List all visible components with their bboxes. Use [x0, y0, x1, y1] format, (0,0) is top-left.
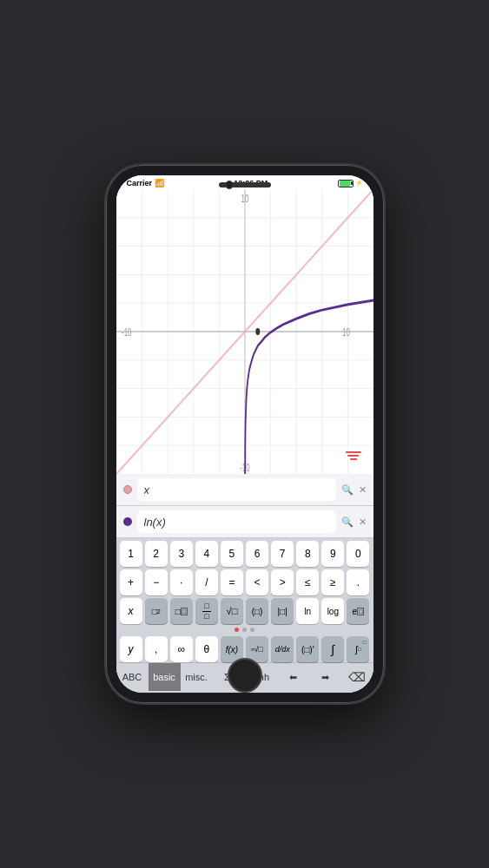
key-leq[interactable]: ≤	[296, 569, 319, 595]
phone-screen: Carrier 📶 12:06 PM ⚡	[116, 175, 373, 693]
key-5[interactable]: 5	[221, 541, 243, 567]
number-row: 1 2 3 4 5 6 7 8 9 0	[116, 538, 373, 567]
key-exp[interactable]: e□	[347, 598, 369, 624]
key-log[interactable]: log	[321, 598, 344, 624]
graph-area: 10 -10 -10 10	[116, 189, 373, 474]
key-geq[interactable]: ≥	[321, 569, 344, 595]
page-dot-2[interactable]	[242, 628, 247, 632]
key-square[interactable]: □2	[145, 598, 168, 624]
key-divide[interactable]: /	[195, 569, 218, 595]
key-4[interactable]: 4	[195, 541, 218, 567]
curve-dot-2	[123, 517, 132, 526]
key-7[interactable]: 7	[271, 541, 294, 567]
key-dot-mult[interactable]: ·	[170, 569, 193, 595]
key-power[interactable]: □□	[170, 598, 193, 624]
tab-abc[interactable]: ABC	[116, 663, 149, 691]
key-8[interactable]: 8	[296, 541, 319, 567]
key-deriv[interactable]: d/dx	[271, 636, 294, 662]
wifi-icon: 📶	[155, 179, 164, 187]
key-prime[interactable]: (□)′	[296, 636, 319, 662]
key-0[interactable]: 0	[347, 541, 369, 567]
key-9[interactable]: 9	[321, 541, 344, 567]
clear-icon-2[interactable]: ✕	[359, 516, 367, 528]
page-dot-3[interactable]	[250, 628, 254, 632]
key-fraction[interactable]: □ □	[195, 598, 218, 624]
inputs-area: 🔍 ✕ 🔍 ✕	[116, 474, 373, 538]
tab-delete[interactable]: ⌫	[341, 663, 373, 691]
key-3[interactable]: 3	[170, 541, 193, 567]
filter-button[interactable]	[342, 444, 365, 467]
page-dots	[116, 624, 373, 634]
phone-frame: Carrier 📶 12:06 PM ⚡	[106, 165, 384, 703]
curve-dot-1	[123, 485, 132, 494]
operators-row: + − · / = < > ≤ ≥ .	[116, 567, 373, 595]
key-2[interactable]: 2	[145, 541, 168, 567]
key-infinity[interactable]: ∞	[170, 636, 193, 662]
key-y[interactable]: y	[120, 636, 142, 662]
search-icon-1[interactable]: 🔍	[341, 484, 354, 496]
charging-icon: ⚡	[355, 180, 363, 187]
key-equals[interactable]: =	[221, 569, 243, 595]
key-decimal[interactable]: .	[347, 569, 369, 595]
key-theta[interactable]: θ	[195, 636, 218, 662]
key-plus[interactable]: +	[120, 569, 142, 595]
key-1[interactable]: 1	[120, 541, 142, 567]
key-gt[interactable]: >	[271, 569, 294, 595]
carrier-label: Carrier	[127, 179, 153, 187]
graph-svg: 10 -10 -10 10	[116, 189, 373, 474]
key-6[interactable]: 6	[246, 541, 268, 567]
tab-misc[interactable]: misc.	[181, 663, 213, 691]
key-ln[interactable]: ln	[296, 598, 319, 624]
equation-input-2[interactable]	[137, 510, 336, 533]
input-row-2: 🔍 ✕	[116, 506, 373, 538]
key-x[interactable]: x	[120, 598, 142, 624]
key-minus[interactable]: −	[145, 569, 168, 595]
tab-basic[interactable]: basic	[149, 663, 181, 691]
tab-back-right[interactable]: ➡	[309, 663, 341, 691]
key-integral[interactable]: ∫	[321, 636, 344, 662]
key-def-integral[interactable]: ∫□□	[347, 636, 369, 662]
input-row-1: 🔍 ✕	[116, 474, 373, 506]
battery-indicator	[338, 180, 354, 187]
key-sqrt[interactable]: √□	[221, 598, 243, 624]
math-row-1: x □2 □□ □ □ √□ (□) |□| ln log e□	[116, 595, 373, 624]
svg-text:10: 10	[241, 192, 248, 204]
key-comma[interactable]: ,	[145, 636, 168, 662]
svg-text:10: 10	[341, 326, 349, 338]
key-paren[interactable]: (□)	[246, 598, 268, 624]
tab-back-left[interactable]: ⬅	[277, 663, 309, 691]
equation-input-1[interactable]	[137, 478, 336, 501]
key-lt[interactable]: <	[246, 569, 268, 595]
home-button[interactable]	[228, 658, 262, 693]
svg-text:-10: -10	[122, 326, 132, 338]
key-abs[interactable]: |□|	[271, 598, 294, 624]
search-icon-2[interactable]: 🔍	[341, 516, 354, 528]
svg-point-24	[255, 328, 260, 335]
clear-icon-1[interactable]: ✕	[359, 484, 367, 496]
phone-camera	[225, 181, 234, 189]
page-dot-1[interactable]	[235, 628, 239, 632]
